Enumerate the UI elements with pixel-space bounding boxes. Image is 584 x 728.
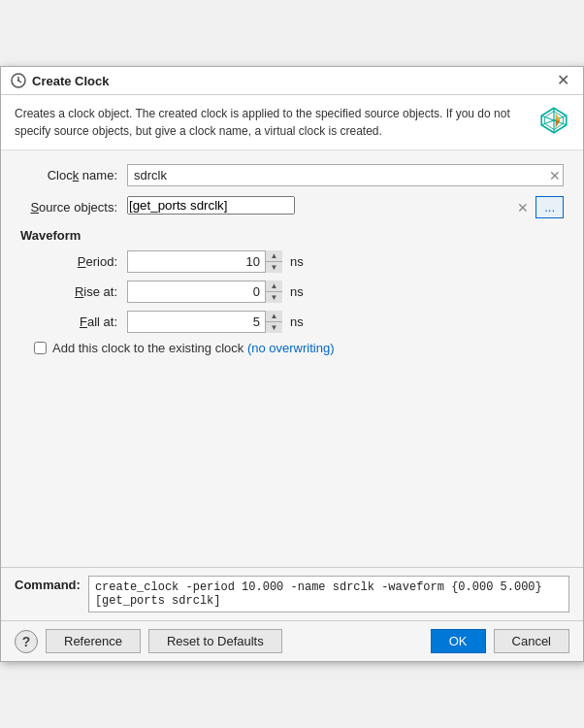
rise-spin-up[interactable]: ▲ xyxy=(266,281,282,292)
close-button[interactable]: ✕ xyxy=(553,73,573,88)
title-bar: Create Clock ✕ xyxy=(1,67,583,95)
clock-name-clear-button[interactable]: ✕ xyxy=(549,169,561,182)
command-label: Command: xyxy=(15,576,81,592)
source-objects-container: ✕ ... xyxy=(127,196,564,218)
checkbox-note: (no overwriting) xyxy=(247,341,335,355)
waveform-section: Waveform Period: ▲ ▼ ns Rise at: xyxy=(20,228,564,333)
command-text: create_clock -period 10.000 -name sdrclk… xyxy=(88,576,569,612)
help-button[interactable]: ? xyxy=(15,630,38,653)
checkbox-label-text: Add this clock to the existing clock xyxy=(52,341,243,355)
clock-name-input-container: ✕ xyxy=(127,164,564,186)
period-spin-up[interactable]: ▲ xyxy=(266,250,282,262)
create-clock-dialog: Create Clock ✕ Creates a clock object. T… xyxy=(0,66,584,662)
period-input[interactable] xyxy=(127,250,282,273)
period-spinner-buttons: ▲ ▼ xyxy=(265,250,282,273)
source-objects-clear-button[interactable]: ✕ xyxy=(517,201,529,215)
period-label: Period: xyxy=(20,254,127,269)
checkbox-row: Add this clock to the existing clock (no… xyxy=(34,341,564,355)
rise-label: Rise at: xyxy=(20,284,127,299)
fall-unit: ns xyxy=(290,314,304,329)
period-spin-down[interactable]: ▼ xyxy=(266,262,282,273)
footer-right: OK Cancel xyxy=(431,629,569,653)
fall-spin-down[interactable]: ▼ xyxy=(266,322,282,333)
description-area: Creates a clock object. The created cloc… xyxy=(1,95,583,150)
footer: ? Reference Reset to Defaults OK Cancel xyxy=(1,620,583,661)
waveform-title: Waveform xyxy=(20,228,564,243)
clock-name-input[interactable] xyxy=(127,164,564,186)
fall-row: Fall at: ▲ ▼ ns xyxy=(20,311,564,333)
rise-row: Rise at: ▲ ▼ ns xyxy=(20,281,564,303)
fall-spin-up[interactable]: ▲ xyxy=(266,311,282,322)
rise-unit: ns xyxy=(290,284,304,299)
source-objects-row: Source objects: ✕ ... xyxy=(20,196,564,218)
add-clock-label[interactable]: Add this clock to the existing clock (no… xyxy=(52,341,334,355)
cancel-button[interactable]: Cancel xyxy=(494,629,569,653)
add-clock-checkbox[interactable] xyxy=(34,342,47,354)
clock-name-label: Clock name: xyxy=(20,168,127,182)
clock-name-row: Clock name: ✕ xyxy=(20,164,564,186)
fall-spinner-buttons: ▲ ▼ xyxy=(265,311,282,333)
clock-icon xyxy=(11,73,26,88)
description-link: specify source objects, xyxy=(15,124,132,138)
fall-spinner: ▲ ▼ xyxy=(127,311,282,333)
svg-point-3 xyxy=(17,80,19,82)
spacer xyxy=(1,369,583,563)
reference-button[interactable]: Reference xyxy=(46,629,141,653)
source-objects-label: Source objects: xyxy=(20,200,127,215)
dialog-title: Create Clock xyxy=(32,74,109,88)
description-text: Creates a clock object. The created cloc… xyxy=(15,105,529,140)
period-unit: ns xyxy=(290,254,304,269)
rise-input[interactable] xyxy=(127,281,282,303)
form-area: Clock name: ✕ Source objects: ✕ ... Wave… xyxy=(1,150,583,369)
rise-spinner-buttons: ▲ ▼ xyxy=(265,281,282,303)
ok-button[interactable]: OK xyxy=(431,629,486,653)
fall-input[interactable] xyxy=(127,311,282,333)
rise-spinner: ▲ ▼ xyxy=(127,281,282,303)
command-area: Command: create_clock -period 10.000 -na… xyxy=(1,567,583,620)
period-row: Period: ▲ ▼ ns xyxy=(20,250,564,273)
command-row: Command: create_clock -period 10.000 -na… xyxy=(15,576,569,612)
source-objects-input-wrapper: ✕ xyxy=(127,196,532,218)
fall-label: Fall at: xyxy=(20,314,127,329)
period-spinner: ▲ ▼ xyxy=(127,250,282,273)
rise-spin-down[interactable]: ▼ xyxy=(266,292,282,303)
footer-left: ? Reference Reset to Defaults xyxy=(15,629,282,653)
source-objects-input[interactable] xyxy=(127,196,295,215)
vivado-logo xyxy=(538,105,569,136)
reset-button[interactable]: Reset to Defaults xyxy=(148,629,282,653)
title-bar-left: Create Clock xyxy=(11,73,109,88)
browse-button[interactable]: ... xyxy=(535,196,564,218)
